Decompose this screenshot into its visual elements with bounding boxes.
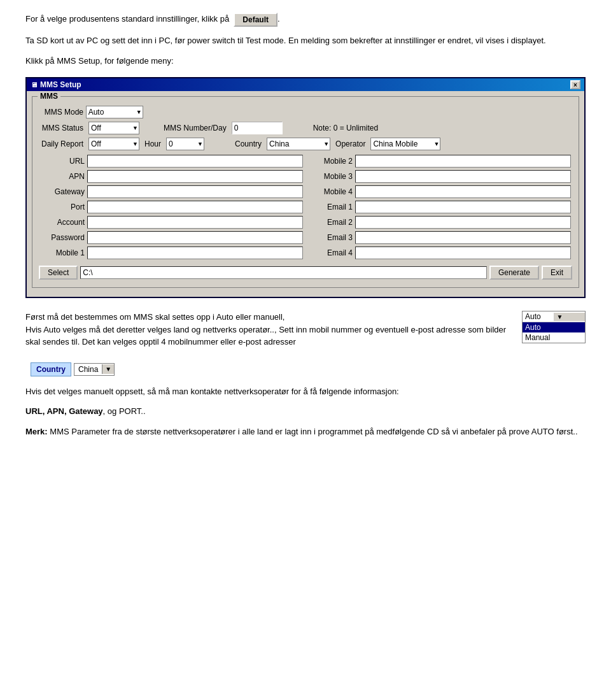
auto-manual-section: Først må det bestemmes om MMS skal sette… — [25, 311, 586, 356]
country-inline-label: Country — [31, 362, 71, 376]
operator-select-wrap[interactable]: China Mobile ▼ — [370, 138, 440, 150]
hour-select[interactable]: 0 — [166, 138, 204, 150]
mode-dropdown-header: Auto ▼ — [523, 311, 585, 322]
mobile4-row: Mobile 4 — [308, 185, 571, 198]
mobile1-label: Mobile 1 — [40, 248, 85, 257]
intro-para3: Klikk på MMS Setup, for følgende meny: — [25, 55, 586, 68]
account-input[interactable] — [87, 216, 303, 229]
mms-status-label: MMS Status — [38, 124, 83, 132]
email3-label: Email 3 — [308, 233, 353, 242]
mobile3-row: Mobile 3 — [308, 170, 571, 183]
password-row: Password — [40, 231, 303, 244]
mms-status-select[interactable]: Off On — [88, 122, 139, 134]
mobile4-input[interactable] — [355, 185, 571, 198]
gateway-row: Gateway — [40, 185, 303, 198]
url-row: URL — [40, 155, 303, 168]
gateway-label: Gateway — [40, 187, 85, 196]
mms-titlebar-title: 🖥 MMS Setup — [31, 80, 81, 89]
apn-row: APN — [40, 170, 303, 183]
mode-dropdown-auto-item[interactable]: Auto — [523, 322, 585, 332]
intro-para1: For å velge produsentens standard innsti… — [25, 13, 586, 27]
mobile3-input[interactable] — [355, 170, 571, 183]
operator-select[interactable]: China Mobile — [370, 138, 440, 150]
path-input[interactable] — [80, 266, 487, 279]
mms-body: MMS MMS Mode Auto Manual ▼ MMS Status — [27, 91, 584, 297]
below-para4: Merk: MMS Parameter fra de største nettv… — [25, 425, 586, 438]
below-text-section: Først må det bestemmes om MMS skal sette… — [25, 311, 586, 438]
daily-report-select-wrap[interactable]: Off On ▼ — [88, 138, 139, 150]
mms-status-select-wrap[interactable]: Off On ▼ — [88, 122, 139, 134]
email4-row: Email 4 — [308, 246, 571, 259]
url-label: URL — [40, 157, 85, 166]
daily-report-label: Daily Report — [38, 139, 83, 148]
mms-mode-select[interactable]: Auto Manual — [86, 106, 143, 118]
bottom-bar: Select Generate Exit — [38, 263, 573, 282]
email2-label: Email 2 — [308, 218, 353, 227]
mobile4-label: Mobile 4 — [308, 187, 353, 196]
country-inline-select-wrap[interactable]: China ▼ — [74, 363, 115, 376]
operator-label: Operator — [335, 139, 365, 148]
daily-report-select[interactable]: Off On — [88, 138, 139, 150]
mobile1-input[interactable] — [87, 246, 303, 259]
mobile2-label: Mobile 2 — [308, 157, 353, 166]
mobile2-row: Mobile 2 — [308, 155, 571, 168]
country-inline-arrow-icon[interactable]: ▼ — [102, 364, 114, 374]
country-inline-value: China — [74, 364, 102, 375]
below-para4-rest: MMS Parameter fra de største nettverksop… — [48, 427, 578, 436]
mode-dropdown-arrow-icon[interactable]: ▼ — [554, 313, 586, 321]
password-input[interactable] — [87, 231, 303, 244]
mms-window-icon: 🖥 — [31, 81, 38, 89]
select-button[interactable]: Select — [39, 266, 78, 280]
port-input[interactable] — [87, 201, 303, 213]
mode-dropdown-manual-item[interactable]: Manual — [523, 332, 585, 343]
gateway-input[interactable] — [87, 185, 303, 198]
email4-label: Email 4 — [308, 248, 353, 257]
hour-select-wrap[interactable]: 0 ▼ — [166, 138, 204, 150]
below-para3-bold: URL, APN, Gateway — [25, 406, 103, 416]
email1-input[interactable] — [355, 201, 571, 213]
intro-para2: Ta SD kort ut av PC og sett det inn i PC… — [25, 34, 586, 47]
apn-input[interactable] — [87, 170, 303, 183]
below-para4-bold: Merk: — [25, 427, 48, 436]
mobile3-label: Mobile 3 — [308, 172, 353, 181]
mms-mode-select-wrap[interactable]: Auto Manual ▼ — [86, 106, 143, 118]
email2-input[interactable] — [355, 216, 571, 229]
fields-right: Mobile 2 Mobile 3 Mobile 4 Email 1 — [306, 154, 573, 261]
mms-number-day-input[interactable] — [232, 122, 283, 134]
password-label: Password — [40, 233, 85, 242]
exit-button[interactable]: Exit — [542, 266, 572, 280]
mms-number-day-label: MMS Number/Day — [164, 124, 227, 132]
email3-input[interactable] — [355, 231, 571, 244]
fields-left: URL APN Gateway Port — [38, 154, 306, 261]
mms-mode-label: MMS Mode — [38, 108, 83, 117]
apn-label: APN — [40, 172, 85, 181]
generate-button[interactable]: Generate — [489, 266, 539, 280]
mms-note: Note: 0 = Unlimited — [313, 124, 378, 132]
mode-dropdown-current: Auto — [523, 311, 554, 322]
below-para3-rest: , og PORT.. — [103, 406, 146, 416]
mms-status-row: MMS Status Off On ▼ MMS Number/Day Note:… — [38, 122, 573, 134]
close-button[interactable]: × — [570, 80, 580, 89]
email1-row: Email 1 — [308, 201, 571, 213]
below-para2: Hvis det velges manuelt oppsett, så må m… — [25, 385, 586, 398]
below-para3: URL, APN, Gateway, og PORT.. — [25, 405, 586, 418]
mms-window-title: MMS Setup — [40, 80, 81, 89]
email4-input[interactable] — [355, 246, 571, 259]
mms-group-label: MMS — [38, 92, 60, 101]
mms-setup-window: 🖥 MMS Setup × MMS MMS Mode Auto Manual ▼ — [25, 77, 586, 298]
email1-label: Email 1 — [308, 203, 353, 211]
country-inline-widget: Country China ▼ — [31, 362, 115, 376]
port-label: Port — [40, 203, 85, 211]
country-select-wrap[interactable]: China ▼ — [267, 138, 330, 150]
country-select[interactable]: China — [267, 138, 330, 150]
mobile2-input[interactable] — [355, 155, 571, 168]
mms-mode-row: MMS Mode Auto Manual ▼ — [38, 101, 573, 118]
mobile1-row: Mobile 1 — [40, 246, 303, 259]
daily-report-row: Daily Report Off On ▼ Hour 0 ▼ Country — [38, 138, 573, 150]
default-button[interactable]: Default — [234, 13, 277, 27]
url-input[interactable] — [87, 155, 303, 168]
below-para1: Først må det bestemmes om MMS skal sette… — [25, 311, 514, 348]
mms-titlebar: 🖥 MMS Setup × — [27, 78, 584, 91]
account-label: Account — [40, 218, 85, 227]
account-row: Account — [40, 216, 303, 229]
